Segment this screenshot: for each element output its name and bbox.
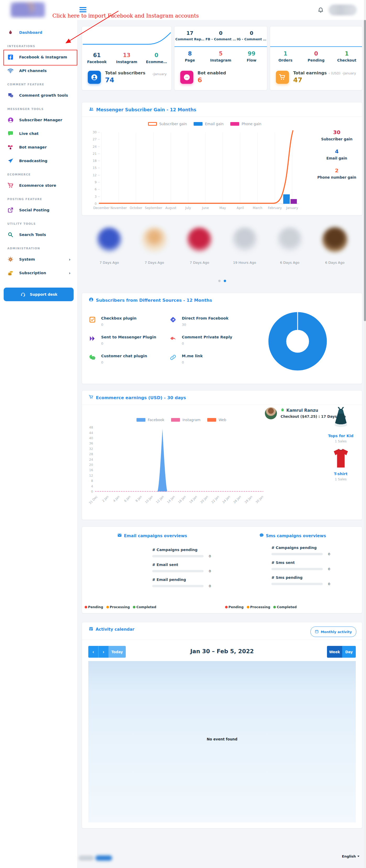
sidebar-item-bot-manager[interactable]: Bot manager bbox=[0, 141, 77, 154]
ecommerce-earnings-chart: 0 4 8 12 16 20 24 28 32 36 40 44 48 31 D… bbox=[87, 424, 268, 515]
campaign-row: # Sms sent 0 bbox=[271, 560, 339, 571]
sidebar-item-label: Comment growth tools bbox=[19, 93, 68, 97]
svg-text:40: 40 bbox=[89, 436, 93, 440]
sidebar-item-search-tools[interactable]: Search Tools bbox=[0, 228, 77, 242]
stat-facebook: 61 Facebook bbox=[82, 52, 112, 64]
sidebar-item-label: API channels bbox=[19, 69, 47, 73]
sidebar-item-subscription[interactable]: Subscription › bbox=[0, 266, 77, 280]
product-image-tshirt[interactable] bbox=[323, 448, 358, 469]
language-selector[interactable]: English bbox=[342, 855, 360, 858]
customer-name[interactable]: Kamrul Ranzu bbox=[286, 408, 318, 413]
sidebar-item-api-channels[interactable]: API channels bbox=[0, 64, 77, 78]
monthly-activity-button[interactable]: Monthly activity bbox=[310, 626, 356, 637]
subscriber-time: 6 Days Ago bbox=[315, 260, 355, 265]
sidebar-item-label: Subscription bbox=[19, 271, 46, 275]
sidebar-section-ecommerce: ECOMMERCE bbox=[0, 167, 77, 179]
sms-chat-icon bbox=[260, 533, 264, 538]
source-checkbox-plugin: Checkbox plugin 0 bbox=[89, 316, 170, 329]
comments-icon bbox=[7, 92, 13, 98]
carousel-subscriber-item[interactable]: 7 Days Ago bbox=[135, 227, 174, 265]
product-name[interactable]: Tops for Kid bbox=[323, 434, 358, 438]
legend-swatch bbox=[171, 418, 180, 422]
carousel-subscriber-item[interactable]: 7 Days Ago bbox=[90, 227, 129, 265]
messenger-gain-summary: 30 Subscriber gain 4 Email gain 2 Phone … bbox=[314, 129, 360, 186]
activity-calendar-card: Activity calendar Monthly activity ‹ › T… bbox=[82, 622, 362, 829]
legend-instagram[interactable]: Instagram bbox=[171, 418, 201, 422]
sidebar-item-dashboard[interactable]: Dashboard bbox=[0, 26, 77, 39]
calendar-day-button[interactable]: Day bbox=[342, 646, 356, 658]
calendar-body[interactable]: No event found bbox=[88, 661, 356, 823]
legend-facebook[interactable]: Facebook bbox=[136, 418, 164, 422]
calendar-week-button[interactable]: Week bbox=[327, 646, 342, 658]
svg-text:16 Jan: 16 Jan bbox=[177, 495, 186, 504]
progress-bar bbox=[271, 568, 323, 570]
source-sent-to-messenger: Sent to Messenger Plugin 0 bbox=[89, 335, 170, 348]
scrollbar-thumb[interactable] bbox=[364, 20, 366, 321]
earnings-stats: 1 Orders 0 Pending 1 Checkout bbox=[270, 51, 362, 62]
calendar-view-group: Week Day bbox=[327, 646, 356, 658]
sidebar-item-broadcasting[interactable]: Broadcasting bbox=[0, 154, 77, 167]
messenger-gain-title: Messenger Subscriber Gain - 12 Months bbox=[89, 106, 196, 113]
legend-email-gain[interactable]: Email gain bbox=[193, 122, 223, 126]
email-campaigns-legend: Pending Processing Completed bbox=[85, 605, 156, 609]
carousel-subscriber-item[interactable]: 7 Days Ago bbox=[180, 227, 219, 265]
blurred-avatar bbox=[322, 227, 347, 252]
svg-text:March: March bbox=[253, 206, 263, 210]
cart-badge-icon bbox=[276, 71, 289, 84]
messenger-badge-icon bbox=[180, 71, 193, 84]
notification-bell-icon[interactable] bbox=[317, 7, 324, 13]
blurred-avatar bbox=[142, 227, 167, 252]
svg-text:15: 15 bbox=[93, 166, 97, 170]
footer-blurred-badge bbox=[95, 856, 112, 861]
subscriber-gain-line bbox=[99, 131, 293, 203]
period-label: ‹January bbox=[152, 72, 166, 76]
sidebar-item-live-chat[interactable]: Live chat bbox=[0, 127, 77, 141]
svg-text:November: November bbox=[111, 206, 127, 210]
svg-text:48: 48 bbox=[89, 426, 93, 429]
completed-dot-icon bbox=[273, 606, 276, 609]
sidebar-item-label: Live chat bbox=[19, 131, 38, 136]
svg-text:August: August bbox=[165, 206, 176, 210]
sidebar-item-system[interactable]: System › bbox=[0, 252, 77, 266]
product-sales: 1 Sales bbox=[323, 439, 358, 443]
svg-text:12: 12 bbox=[93, 174, 97, 177]
subscriber-badge-icon bbox=[88, 71, 101, 84]
product-name[interactable]: T-shirt bbox=[323, 472, 358, 476]
svg-text:16: 16 bbox=[89, 468, 93, 472]
sidebar-item-comment-growth-tools[interactable]: Comment growth tools bbox=[0, 89, 77, 102]
carousel-subscriber-item[interactable]: 19 Hours Ago bbox=[225, 227, 264, 265]
carousel-dot-active[interactable] bbox=[224, 280, 226, 282]
campaign-row: # Email pending 0 bbox=[152, 578, 220, 588]
sidebar-item-facebook-instagram[interactable]: Facebook & Instagram bbox=[0, 50, 77, 64]
legend-subscriber-gain[interactable]: Subscriber gain bbox=[148, 122, 187, 126]
legend-web[interactable]: Web bbox=[207, 418, 226, 422]
user-account-chip[interactable] bbox=[329, 4, 357, 16]
subscriber-time: 7 Days Ago bbox=[135, 260, 174, 265]
total-earnings-value: 47 bbox=[293, 76, 356, 84]
product-image-dress[interactable] bbox=[323, 406, 358, 431]
app-logo[interactable] bbox=[10, 2, 45, 17]
subscriber-time: 6 Days Ago bbox=[270, 260, 309, 265]
svg-text:2 Jan: 2 Jan bbox=[101, 495, 109, 503]
source-customer-chat: Customer chat plugin 0 bbox=[89, 354, 170, 367]
svg-text:12: 12 bbox=[89, 474, 93, 477]
sidebar-item-subscriber-manager[interactable]: Subscriber Manager bbox=[0, 113, 77, 127]
sidebar-item-social-posting[interactable]: Social Posting bbox=[0, 203, 77, 217]
import-annotation-text: Click here to import Facebook and Instag… bbox=[52, 12, 199, 19]
svg-text:May: May bbox=[219, 206, 226, 210]
support-desk-button[interactable]: Support desk bbox=[4, 287, 73, 301]
campaign-row: # Campaigns pending 0 bbox=[271, 546, 339, 556]
processing-dot-icon bbox=[247, 606, 249, 609]
checkbox-icon bbox=[89, 316, 96, 329]
calendar-toolbar: ‹ › Today Jan 30 – Feb 5, 2022 Week Day bbox=[88, 646, 356, 658]
sidebar-item-ecommerce-store[interactable]: Ecommerce store bbox=[0, 179, 77, 192]
source-comment-private-reply: Comment Private Reply 0 bbox=[170, 335, 256, 348]
svg-text:3: 3 bbox=[95, 195, 97, 198]
sidebar-section-posting-feature: POSTING FEATURE bbox=[0, 192, 77, 203]
bot-top-stats: 17 Comment Rep… 0 FB - Comment … 0 IG - … bbox=[175, 30, 267, 41]
legend-phone-gain[interactable]: Phone gain bbox=[230, 122, 261, 126]
carousel-subscriber-item[interactable]: 6 Days Ago bbox=[315, 227, 355, 265]
carousel-dot[interactable] bbox=[218, 280, 221, 282]
carousel-subscriber-item[interactable]: 6 Days Ago bbox=[270, 227, 309, 265]
svg-text:14 Jan: 14 Jan bbox=[166, 495, 176, 504]
